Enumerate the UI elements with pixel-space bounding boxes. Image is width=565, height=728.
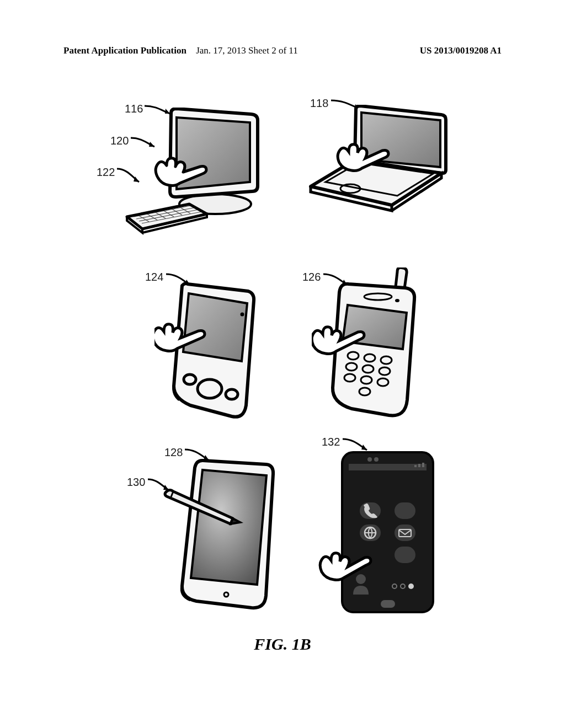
svg-rect-34 (422, 463, 424, 467)
svg-rect-42 (395, 524, 415, 541)
laptop-touch-device-icon (306, 105, 450, 215)
header-patent-number: US 2013/0019208 A1 (420, 45, 502, 56)
ref-label-132: 132 (322, 436, 340, 448)
ref-label-122: 122 (97, 166, 115, 179)
tablet-stylus-device-icon (160, 458, 276, 612)
svg-point-19 (364, 354, 375, 362)
page-header: Patent Application Publication Jan. 17, … (0, 45, 565, 56)
figure-caption: FIG. 1B (254, 635, 311, 654)
svg-point-22 (363, 365, 374, 373)
svg-point-21 (346, 363, 357, 371)
svg-point-24 (344, 374, 355, 382)
ref-label-128: 128 (164, 446, 183, 459)
svg-rect-44 (395, 547, 415, 563)
svg-rect-49 (381, 600, 395, 608)
cellphone-touch-device-icon (312, 267, 419, 419)
svg-point-26 (377, 378, 388, 386)
svg-point-17 (395, 299, 399, 302)
svg-point-45 (356, 574, 366, 584)
desktop-touch-device-icon (124, 108, 273, 237)
svg-rect-36 (414, 465, 417, 467)
header-date-sheet: Jan. 17, 2013 Sheet 2 of 11 (196, 45, 297, 56)
svg-point-12 (241, 313, 244, 317)
pda-touch-device-icon (154, 281, 259, 419)
svg-point-18 (348, 352, 359, 360)
patent-figure-page: Patent Application Publication Jan. 17, … (0, 0, 565, 728)
header-publication-title: Patent Application Publication (63, 45, 186, 56)
svg-point-23 (379, 367, 390, 375)
svg-point-20 (381, 356, 392, 364)
svg-point-33 (374, 457, 379, 462)
svg-point-32 (367, 457, 372, 462)
figure-row-3: 128 130 (0, 436, 565, 601)
svg-point-27 (359, 388, 370, 395)
ref-label-130: 130 (127, 476, 145, 489)
svg-rect-35 (418, 464, 420, 467)
figure-row-2: 124 (0, 262, 565, 427)
svg-point-48 (408, 584, 414, 589)
figure-row-1: 116 120 122 (0, 88, 565, 254)
svg-rect-38 (395, 502, 415, 519)
smartphone-touch-device-icon (315, 449, 436, 615)
svg-point-25 (361, 376, 372, 384)
